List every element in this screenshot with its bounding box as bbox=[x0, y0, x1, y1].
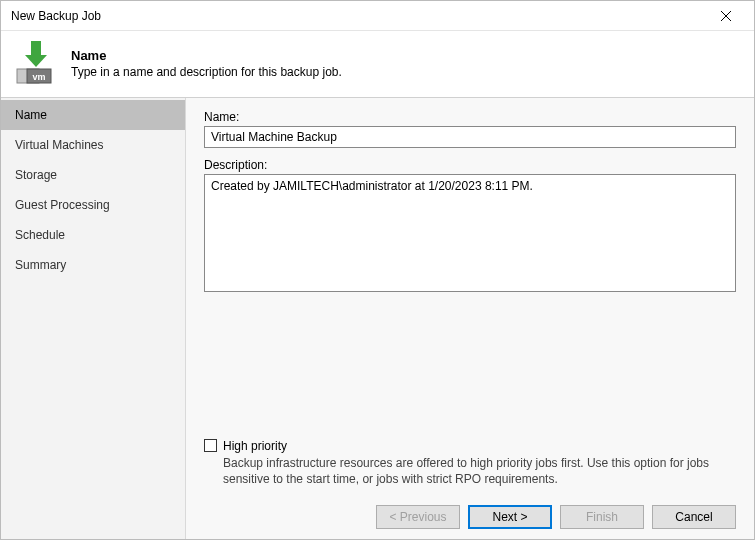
header-text: Name Type in a name and description for … bbox=[71, 48, 342, 79]
high-priority-block: High priority Backup infrastructure reso… bbox=[204, 439, 736, 487]
wizard-sidebar: Name Virtual Machines Storage Guest Proc… bbox=[1, 98, 186, 539]
description-textarea[interactable]: Created by JAMILTECH\administrator at 1/… bbox=[204, 174, 736, 292]
next-button[interactable]: Next > bbox=[468, 505, 552, 529]
header-title: Name bbox=[71, 48, 342, 63]
window-title: New Backup Job bbox=[11, 9, 706, 23]
header-subtitle: Type in a name and description for this … bbox=[71, 65, 342, 79]
name-label: Name: bbox=[204, 110, 736, 124]
svg-text:vm: vm bbox=[32, 72, 45, 82]
backup-job-icon: vm bbox=[15, 39, 57, 87]
header: vm Name Type in a name and description f… bbox=[1, 31, 754, 97]
sidebar-item-summary[interactable]: Summary bbox=[1, 250, 185, 280]
previous-button: < Previous bbox=[376, 505, 460, 529]
sidebar-item-guest-processing[interactable]: Guest Processing bbox=[1, 190, 185, 220]
high-priority-checkbox[interactable] bbox=[204, 439, 217, 452]
sidebar-item-schedule[interactable]: Schedule bbox=[1, 220, 185, 250]
sidebar-item-storage[interactable]: Storage bbox=[1, 160, 185, 190]
finish-button: Finish bbox=[560, 505, 644, 529]
close-button[interactable] bbox=[706, 2, 746, 30]
close-icon bbox=[721, 11, 731, 21]
titlebar: New Backup Job bbox=[1, 1, 754, 31]
main-panel: Name: Description: Created by JAMILTECH\… bbox=[186, 98, 754, 539]
high-priority-label: High priority bbox=[223, 439, 287, 453]
high-priority-description: Backup infrastructure resources are offe… bbox=[223, 455, 736, 487]
svg-marker-3 bbox=[25, 55, 47, 67]
svg-rect-2 bbox=[31, 41, 41, 55]
button-row: < Previous Next > Finish Cancel bbox=[204, 497, 736, 529]
sidebar-item-name[interactable]: Name bbox=[1, 100, 185, 130]
name-input[interactable] bbox=[204, 126, 736, 148]
description-label: Description: bbox=[204, 158, 736, 172]
sidebar-item-virtual-machines[interactable]: Virtual Machines bbox=[1, 130, 185, 160]
body: Name Virtual Machines Storage Guest Proc… bbox=[1, 97, 754, 539]
dialog-window: New Backup Job vm Name Type in a name an… bbox=[0, 0, 755, 540]
cancel-button[interactable]: Cancel bbox=[652, 505, 736, 529]
